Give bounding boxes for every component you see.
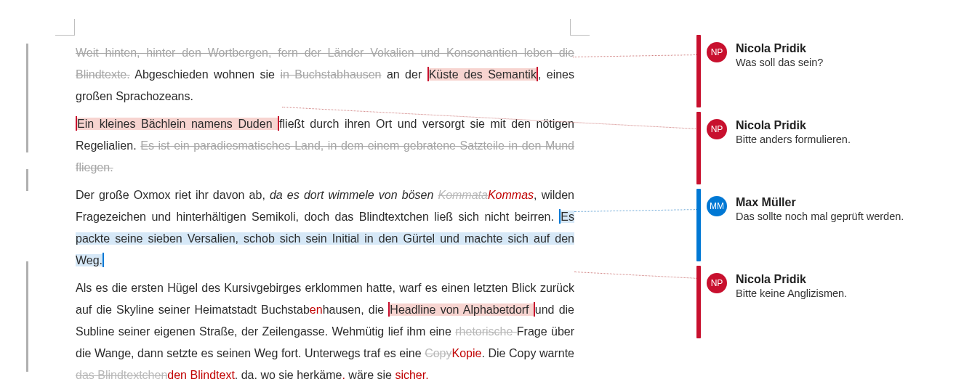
text-run: Der große Oxmox riet ihr davon ab, bbox=[76, 189, 270, 201]
comment-text: Bitte anders formulieren. bbox=[736, 134, 968, 145]
avatar: NP bbox=[707, 119, 727, 139]
document-canvas: Weit hinten, hinter den Wortbergen, fern… bbox=[0, 0, 980, 379]
comment-range[interactable]: Headline von Alphabetdorf bbox=[390, 303, 533, 316]
comment-card[interactable]: NP Nicola Pridik Bitte anders formuliere… bbox=[707, 119, 968, 145]
comment-author: Nicola Pridik bbox=[736, 273, 968, 286]
track-change-bar[interactable] bbox=[26, 169, 28, 191]
comment-leader bbox=[574, 272, 698, 279]
comment-anchor-end bbox=[103, 253, 104, 267]
inserted-text: Kommas bbox=[488, 189, 534, 201]
comment-text: Was soll das sein? bbox=[736, 57, 968, 68]
comment-text: Das sollte noch mal geprüft werden. bbox=[736, 211, 968, 222]
text-run: , da, wo sie herkäme bbox=[235, 369, 342, 379]
paragraph[interactable]: Ein kleines Bächlein namens Duden fließt… bbox=[76, 113, 574, 179]
avatar: NP bbox=[707, 42, 727, 62]
inserted-text: Kopie bbox=[452, 347, 482, 359]
text-run: wäre sie bbox=[345, 369, 395, 379]
text-run: . Die Copy warnte bbox=[481, 347, 574, 359]
text-run: hausen, die bbox=[323, 303, 389, 316]
deleted-text: Es ist ein paradiesmatisches Land, in de… bbox=[76, 139, 574, 174]
text-run: an der bbox=[381, 68, 427, 81]
paragraph[interactable]: Weit hinten, hinter den Wortbergen, fern… bbox=[76, 42, 574, 107]
comment-author: Nicola Pridik bbox=[736, 119, 968, 132]
comment-card[interactable]: MM Max Müller Das sollte noch mal geprüf… bbox=[707, 196, 968, 222]
paragraph[interactable]: Als es die ersten Hügel des Kursivgebirg… bbox=[76, 277, 574, 379]
comment-range[interactable]: Küste des Semantik bbox=[429, 68, 537, 81]
comment-range[interactable]: Ein kleines Bächlein namens Duden bbox=[77, 118, 278, 130]
deleted-text: rhetorische bbox=[455, 325, 517, 338]
italic-text: da es dort wimmele von bösen KommataKomm… bbox=[270, 189, 534, 201]
comment-leader bbox=[574, 209, 696, 212]
text-run: . bbox=[550, 211, 559, 223]
comment-indicator-bar bbox=[696, 266, 701, 338]
comment-indicator-bar bbox=[696, 189, 701, 261]
track-change-bar[interactable] bbox=[26, 261, 28, 372]
avatar: NP bbox=[707, 273, 727, 293]
comment-card[interactable]: NP Nicola Pridik Bitte keine Anglizismen… bbox=[707, 273, 968, 299]
text-run: da es dort wimmele von bösen bbox=[270, 189, 438, 201]
comment-leader bbox=[573, 54, 696, 57]
deleted-text: in Buchstabhausen bbox=[280, 68, 381, 81]
deleted-text: Kommata bbox=[438, 189, 487, 201]
comment-card[interactable]: NP Nicola Pridik Was soll das sein? bbox=[707, 42, 968, 68]
paragraph[interactable]: Der große Oxmox riet ihr davon ab, da es… bbox=[76, 184, 574, 272]
comment-text: Bitte keine Anglizismen. bbox=[736, 288, 968, 299]
text-run: Abgeschieden wohnen sie bbox=[130, 68, 281, 81]
page-body: Weit hinten, hinter den Wortbergen, fern… bbox=[55, 0, 583, 379]
comment-indicator-bar bbox=[696, 112, 701, 184]
deleted-text: Copy bbox=[425, 347, 451, 359]
comment-author: Max Müller bbox=[736, 196, 968, 209]
comment-indicator-bar bbox=[696, 35, 701, 107]
comment-author: Nicola Pridik bbox=[736, 42, 968, 55]
deleted-text: das Blindtextchen bbox=[76, 369, 167, 379]
inserted-text: en bbox=[310, 303, 323, 316]
avatar: MM bbox=[707, 196, 727, 216]
track-change-bar[interactable] bbox=[26, 44, 28, 152]
inserted-text: sicher. bbox=[395, 369, 428, 379]
inserted-text: den Blindtext bbox=[167, 369, 235, 379]
